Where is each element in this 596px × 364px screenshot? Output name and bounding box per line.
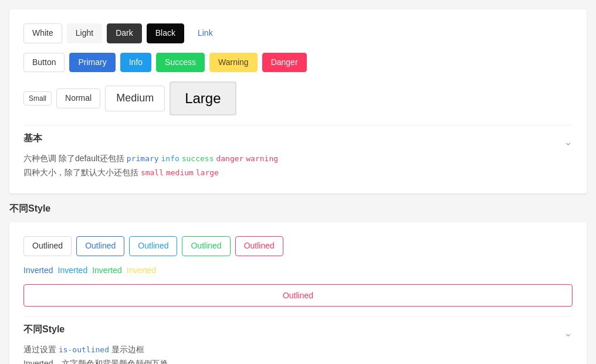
section2-subtitle: 不同Style: [23, 324, 65, 336]
btn-inverted-info[interactable]: Inverted: [58, 266, 88, 275]
section1-card: White Light Dark Black Link Button Prima…: [9, 9, 587, 193]
btn-inverted-warning[interactable]: Inverted: [127, 266, 157, 275]
section2-header: 不同Style ⌄: [23, 324, 573, 343]
section2-card: Outlined Outlined Outlined Outlined Outl…: [9, 222, 587, 364]
color-variant-row: White Light Dark Black Link: [23, 23, 573, 43]
inverted-row: Inverted Inverted Inverted Inverted: [23, 266, 573, 275]
section1-desc: 六种色调 除了default还包括 primary info success d…: [23, 152, 573, 180]
section1-divider: [23, 125, 573, 125]
desc2-line1: 通过设置 is-outlined 显示边框: [23, 343, 573, 357]
btn-success[interactable]: Success: [156, 53, 205, 73]
size-variant-row: Small Normal Medium Large: [23, 81, 573, 115]
section2-divider: [23, 316, 573, 317]
section2-heading: 不同Style: [9, 203, 50, 213]
desc-line2: 四种大小，除了默认大小还包括 small medium large: [23, 166, 573, 180]
btn-small[interactable]: Small: [23, 91, 52, 106]
chevron-down-icon-2[interactable]: ⌄: [564, 326, 573, 339]
btn-primary[interactable]: Primary: [69, 53, 115, 73]
section1-header: 基本 ⌄: [23, 132, 573, 152]
btn-warning[interactable]: Warning: [209, 53, 258, 73]
full-outlined-container: Outlined: [23, 284, 573, 307]
btn-outlined-primary[interactable]: Outlined: [76, 236, 124, 256]
btn-full-outlined[interactable]: Outlined: [23, 284, 573, 307]
btn-outlined-info[interactable]: Outlined: [129, 236, 177, 256]
btn-info[interactable]: Info: [120, 53, 151, 73]
btn-dark[interactable]: Dark: [107, 23, 142, 43]
section2-title-bar: 不同Style: [9, 203, 587, 215]
btn-outlined-success[interactable]: Outlined: [182, 236, 230, 256]
btn-danger[interactable]: Danger: [262, 53, 307, 73]
btn-link[interactable]: Link: [189, 23, 222, 43]
section2-desc: 通过设置 is-outlined 显示边框 Inverted，文字颜色和背景颜色…: [23, 343, 573, 364]
btn-medium[interactable]: Medium: [105, 86, 165, 111]
btn-inverted-success[interactable]: Inverted: [92, 266, 122, 275]
btn-inverted-primary[interactable]: Inverted: [23, 266, 53, 275]
btn-white[interactable]: White: [23, 23, 62, 43]
chevron-down-icon[interactable]: ⌄: [564, 135, 573, 148]
section1-title: 基本: [23, 132, 42, 145]
btn-outlined-danger[interactable]: Outlined: [235, 236, 283, 256]
btn-large[interactable]: Large: [170, 81, 236, 115]
btn-normal[interactable]: Normal: [56, 89, 100, 108]
btn-light[interactable]: Light: [67, 23, 102, 43]
semantic-color-row: Button Primary Info Success Warning Dang…: [23, 53, 573, 73]
desc-line1: 六种色调 除了default还包括 primary info success d…: [23, 152, 573, 166]
outlined-row: Outlined Outlined Outlined Outlined Outl…: [23, 236, 573, 256]
btn-outlined-default[interactable]: Outlined: [23, 236, 72, 256]
btn-button[interactable]: Button: [23, 53, 65, 73]
btn-black[interactable]: Black: [147, 23, 184, 43]
desc2-line2: Inverted，文字颜色和背景颜色颠倒互换: [23, 357, 573, 364]
